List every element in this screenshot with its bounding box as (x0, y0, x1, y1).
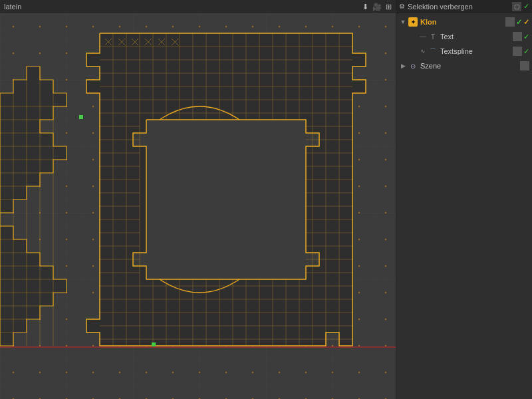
selektion-label: Selektion verbergen (408, 3, 473, 11)
viewport-menu-item[interactable]: latein (4, 3, 21, 11)
grid-canvas (0, 13, 396, 399)
viewport-header: latein ⬇ 🎥 ⊞ (0, 0, 396, 13)
object-list: ▼ ✦ Klon ✓ ✓ — T Text ✓ (396, 13, 532, 399)
3d-viewport[interactable]: latein ⬇ 🎥 ⊞ (0, 0, 396, 399)
object-row-textspline[interactable]: ∿ ⌒ Textspline ✓ (396, 44, 532, 59)
svg-rect-94 (152, 342, 156, 346)
text-expand-placeholder (410, 33, 418, 41)
object-row-klon[interactable]: ▼ ✦ Klon ✓ ✓ (396, 15, 532, 29)
right-panel: ⚙ Selektion verbergen ▢ ✓ ▼ ✦ Klon ✓ ✓ (396, 0, 532, 399)
klon-check-green[interactable]: ✓ (516, 18, 522, 27)
szene-ctrl-box[interactable] (520, 61, 529, 70)
textspline-dash: ∿ (419, 47, 427, 55)
szene-label: Szene (420, 62, 519, 70)
text-check-green[interactable]: ✓ (523, 33, 529, 41)
selektion-icon: ⚙ (399, 3, 405, 10)
text-obj-icon: T (428, 32, 438, 41)
klon-ctrl-box[interactable] (505, 17, 515, 27)
main-container: latein ⬇ 🎥 ⊞ (0, 0, 532, 399)
text-ctrl-box[interactable] (513, 32, 522, 41)
textspline-label: Textspline (440, 47, 511, 55)
textspline-check-green[interactable]: ✓ (523, 47, 529, 56)
layers-icon[interactable]: ⊞ (386, 3, 392, 11)
klon-check-orange[interactable]: ✓ (523, 18, 529, 27)
text-dash: — (419, 33, 427, 41)
svg-rect-93 (79, 115, 83, 119)
klon-label: Klon (420, 18, 504, 26)
selektion-ctrl-1[interactable]: ▢ (512, 2, 521, 11)
klon-expand[interactable]: ▼ (399, 18, 407, 26)
szene-icon: ⊙ (408, 61, 418, 70)
textspline-controls: ✓ (513, 47, 529, 56)
selektion-row: ⚙ Selektion verbergen ▢ ✓ (396, 0, 532, 13)
camera-icon[interactable]: 🎥 (372, 3, 382, 11)
textspline-expand-placeholder (410, 47, 418, 55)
object-row-text[interactable]: — T Text ✓ (396, 29, 532, 44)
szene-expand[interactable]: ▶ (399, 62, 407, 70)
arrow-down-icon[interactable]: ⬇ (362, 3, 368, 11)
text-controls: ✓ (513, 32, 529, 41)
selektion-check[interactable]: ✓ (523, 2, 529, 11)
klon-icon: ✦ (408, 17, 418, 27)
object-row-szene[interactable]: ▶ ⊙ Szene (396, 59, 532, 73)
szene-controls (520, 61, 529, 70)
text-label: Text (440, 33, 511, 41)
textspline-icon: ⌒ (428, 47, 438, 56)
textspline-ctrl-box[interactable] (513, 47, 522, 56)
klon-controls: ✓ ✓ (505, 17, 529, 27)
